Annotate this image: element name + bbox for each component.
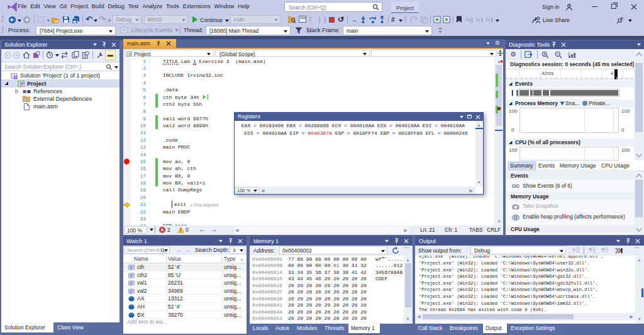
svg-text:2: 2 [568,52,570,55]
